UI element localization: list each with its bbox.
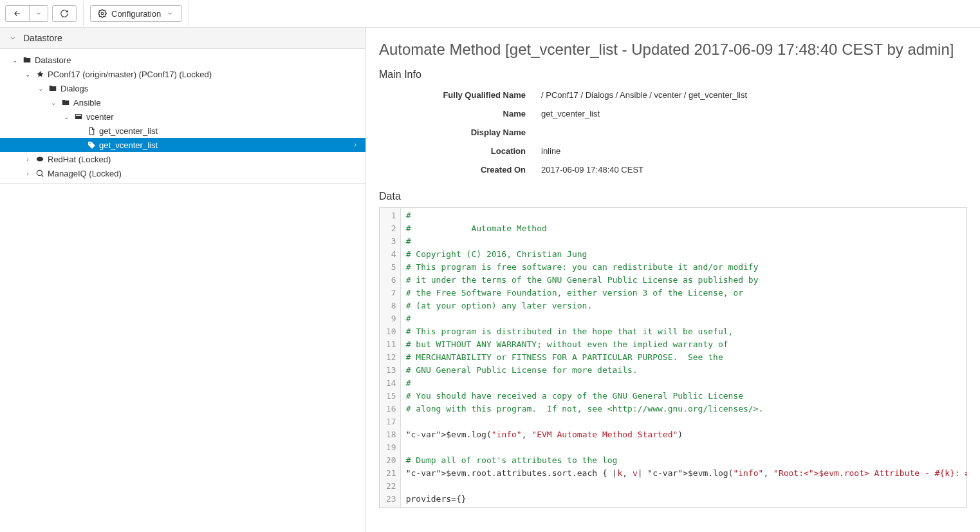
chevron-right-icon[interactable]: › xyxy=(23,170,32,177)
svg-point-5 xyxy=(37,170,42,175)
tree-node-datastore[interactable]: ⌄ Datastore xyxy=(0,53,365,67)
folder-icon xyxy=(48,84,58,93)
file-icon xyxy=(86,127,97,135)
content-pane: Automate Method [get_vcenter_list - Upda… xyxy=(366,28,980,532)
toolbar-divider xyxy=(83,1,84,26)
chevron-down-icon xyxy=(33,10,44,17)
main-info-table: Fully Qualified Name / PConf17 / Dialogs… xyxy=(379,86,967,179)
tree: ⌄ Datastore ⌄ PConf17 (origin/master) (P… xyxy=(0,49,365,187)
info-value: get_vcenter_list xyxy=(537,104,967,123)
tree-label: Dialogs xyxy=(60,84,88,93)
gear-icon xyxy=(97,9,107,18)
tree-label: vcenter xyxy=(86,112,114,122)
svg-point-4 xyxy=(37,157,44,162)
chevron-down-icon xyxy=(8,34,18,42)
folder-icon xyxy=(22,55,32,64)
svg-rect-2 xyxy=(76,115,81,116)
info-row-display-name: Display Name xyxy=(379,123,967,142)
main-area: Datastore ⌄ Datastore ⌄ PConf17 (origin/… xyxy=(0,28,980,532)
info-value: inline xyxy=(537,142,967,160)
tree-label: Datastore xyxy=(35,55,71,65)
code-editor[interactable]: 1234567891011121314151617181920212223 ##… xyxy=(379,207,967,508)
refresh-icon xyxy=(59,9,69,18)
tree-node-ansible[interactable]: ⌄ Ansible xyxy=(0,95,365,109)
tree-node-redhat[interactable]: › RedHat (Locked) xyxy=(0,152,365,166)
back-button[interactable] xyxy=(5,5,30,22)
info-row-created-on: Created On 2017-06-09 17:48:40 CEST xyxy=(379,160,967,179)
sidebar-panel-header[interactable]: Datastore xyxy=(0,28,365,49)
chevron-down-icon[interactable]: ⌄ xyxy=(49,99,58,106)
info-value xyxy=(537,123,967,142)
tag-icon xyxy=(86,141,97,149)
data-heading: Data xyxy=(379,191,967,202)
chevron-right-icon[interactable]: › xyxy=(23,156,32,163)
tree-node-pconf17[interactable]: ⌄ PConf17 (origin/master) (PConf17) (Loc… xyxy=(0,67,365,81)
sidebar-title: Datastore xyxy=(23,33,62,43)
main-info-heading: Main Info xyxy=(379,69,967,81)
sidebar: Datastore ⌄ Datastore ⌄ PConf17 (origin/… xyxy=(0,28,366,532)
chevron-down-icon[interactable]: ⌄ xyxy=(23,71,32,78)
tree-node-manageiq[interactable]: › ManageIQ (Locked) xyxy=(0,166,365,180)
svg-point-3 xyxy=(89,142,90,144)
tree-label: PConf17 (origin/master) (PConf17) (Locke… xyxy=(48,70,212,79)
chevron-right-icon xyxy=(350,142,360,148)
tree-divider xyxy=(0,183,365,184)
configuration-label: Configuration xyxy=(111,9,161,19)
code-gutter: 1234567891011121314151617181920212223 xyxy=(380,208,401,507)
info-label: Display Name xyxy=(379,123,537,142)
arrow-left-icon xyxy=(12,9,23,18)
info-row-name: Name get_vcenter_list xyxy=(379,104,967,123)
toolbar-divider xyxy=(189,1,189,26)
info-row-location: Location inline xyxy=(379,142,967,160)
redhat-icon xyxy=(35,155,45,164)
folder-icon xyxy=(60,98,71,107)
svg-point-0 xyxy=(101,12,104,15)
tree-label: RedHat (Locked) xyxy=(48,155,111,164)
info-value: 2017-06-09 17:48:40 CEST xyxy=(537,160,967,179)
tree-label: get_vcenter_list xyxy=(99,126,158,136)
tree-node-dialogs[interactable]: ⌄ Dialogs xyxy=(0,81,365,95)
back-dropdown-button[interactable] xyxy=(30,5,48,22)
chevron-down-icon[interactable]: ⌄ xyxy=(10,57,19,64)
tree-node-vcenter[interactable]: ⌄ vcenter xyxy=(0,109,365,124)
tree-label: get_vcenter_list xyxy=(99,140,158,150)
class-icon xyxy=(73,112,84,121)
info-label: Created On xyxy=(379,160,537,179)
info-label: Name xyxy=(379,104,537,123)
toolbar: Configuration xyxy=(0,0,980,28)
manageiq-icon xyxy=(35,169,45,178)
info-label: Location xyxy=(379,142,537,160)
tree-node-method-selected[interactable]: get_vcenter_list xyxy=(0,138,365,152)
history-button-group xyxy=(5,5,48,22)
info-value: / PConf17 / Dialogs / Ansible / vcenter … xyxy=(537,86,967,104)
refresh-button[interactable] xyxy=(52,5,77,22)
info-row-fqn: Fully Qualified Name / PConf17 / Dialogs… xyxy=(379,86,967,104)
chevron-down-icon xyxy=(165,10,175,17)
info-label: Fully Qualified Name xyxy=(379,86,537,104)
page-title: Automate Method [get_vcenter_list - Upda… xyxy=(379,41,967,59)
tree-label: ManageIQ (Locked) xyxy=(48,169,122,178)
code-body[interactable]: ## Automate Method## Copyright (C) 2016,… xyxy=(401,208,966,507)
chevron-down-icon[interactable]: ⌄ xyxy=(62,113,71,120)
configuration-button[interactable]: Configuration xyxy=(90,5,182,22)
domain-icon xyxy=(35,70,45,79)
tree-node-instance[interactable]: get_vcenter_list xyxy=(0,124,365,138)
chevron-down-icon[interactable]: ⌄ xyxy=(36,85,45,92)
tree-label: Ansible xyxy=(73,98,101,108)
